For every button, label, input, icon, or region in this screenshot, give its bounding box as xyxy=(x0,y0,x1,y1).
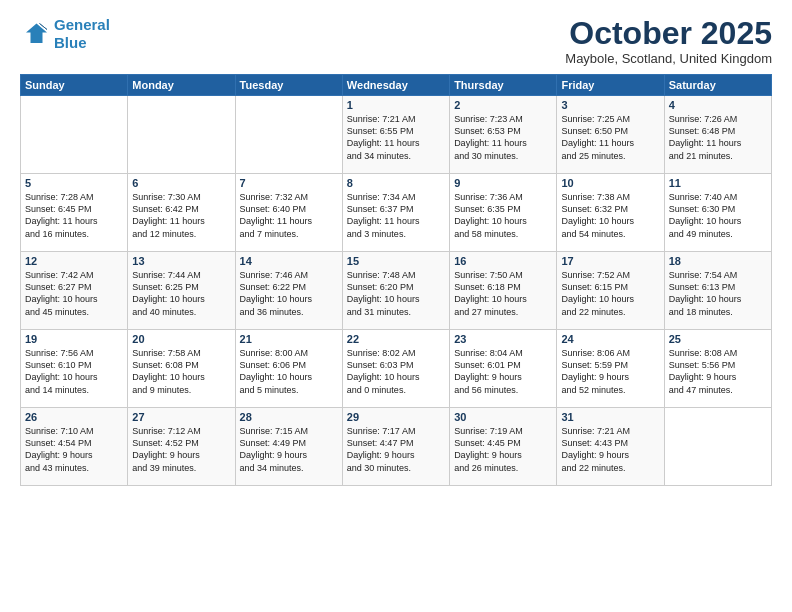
day-cell: 9Sunrise: 7:36 AM Sunset: 6:35 PM Daylig… xyxy=(450,174,557,252)
day-cell: 6Sunrise: 7:30 AM Sunset: 6:42 PM Daylig… xyxy=(128,174,235,252)
day-info: Sunrise: 7:34 AM Sunset: 6:37 PM Dayligh… xyxy=(347,191,445,240)
day-number: 25 xyxy=(669,333,767,345)
day-number: 23 xyxy=(454,333,552,345)
calendar-table: Sunday Monday Tuesday Wednesday Thursday… xyxy=(20,74,772,486)
week-row-1: 5Sunrise: 7:28 AM Sunset: 6:45 PM Daylig… xyxy=(21,174,772,252)
day-cell: 2Sunrise: 7:23 AM Sunset: 6:53 PM Daylig… xyxy=(450,96,557,174)
day-cell: 29Sunrise: 7:17 AM Sunset: 4:47 PM Dayli… xyxy=(342,408,449,486)
day-number: 24 xyxy=(561,333,659,345)
day-info: Sunrise: 7:32 AM Sunset: 6:40 PM Dayligh… xyxy=(240,191,338,240)
day-cell: 19Sunrise: 7:56 AM Sunset: 6:10 PM Dayli… xyxy=(21,330,128,408)
day-cell xyxy=(235,96,342,174)
logo-text: General Blue xyxy=(54,16,110,52)
logo: General Blue xyxy=(20,16,110,52)
day-cell: 26Sunrise: 7:10 AM Sunset: 4:54 PM Dayli… xyxy=(21,408,128,486)
day-cell: 24Sunrise: 8:06 AM Sunset: 5:59 PM Dayli… xyxy=(557,330,664,408)
day-cell: 16Sunrise: 7:50 AM Sunset: 6:18 PM Dayli… xyxy=(450,252,557,330)
logo-line2: Blue xyxy=(54,34,87,51)
week-row-3: 19Sunrise: 7:56 AM Sunset: 6:10 PM Dayli… xyxy=(21,330,772,408)
day-info: Sunrise: 7:52 AM Sunset: 6:15 PM Dayligh… xyxy=(561,269,659,318)
day-number: 31 xyxy=(561,411,659,423)
col-sunday: Sunday xyxy=(21,75,128,96)
day-info: Sunrise: 7:42 AM Sunset: 6:27 PM Dayligh… xyxy=(25,269,123,318)
day-number: 29 xyxy=(347,411,445,423)
day-info: Sunrise: 7:28 AM Sunset: 6:45 PM Dayligh… xyxy=(25,191,123,240)
header: General Blue October 2025 Maybole, Scotl… xyxy=(20,16,772,66)
col-thursday: Thursday xyxy=(450,75,557,96)
location: Maybole, Scotland, United Kingdom xyxy=(565,51,772,66)
day-cell: 27Sunrise: 7:12 AM Sunset: 4:52 PM Dayli… xyxy=(128,408,235,486)
day-info: Sunrise: 7:30 AM Sunset: 6:42 PM Dayligh… xyxy=(132,191,230,240)
day-info: Sunrise: 7:40 AM Sunset: 6:30 PM Dayligh… xyxy=(669,191,767,240)
day-info: Sunrise: 7:46 AM Sunset: 6:22 PM Dayligh… xyxy=(240,269,338,318)
day-cell xyxy=(21,96,128,174)
day-info: Sunrise: 7:44 AM Sunset: 6:25 PM Dayligh… xyxy=(132,269,230,318)
day-info: Sunrise: 8:00 AM Sunset: 6:06 PM Dayligh… xyxy=(240,347,338,396)
day-number: 6 xyxy=(132,177,230,189)
day-info: Sunrise: 7:17 AM Sunset: 4:47 PM Dayligh… xyxy=(347,425,445,474)
day-info: Sunrise: 7:38 AM Sunset: 6:32 PM Dayligh… xyxy=(561,191,659,240)
day-number: 16 xyxy=(454,255,552,267)
day-info: Sunrise: 7:12 AM Sunset: 4:52 PM Dayligh… xyxy=(132,425,230,474)
day-cell: 28Sunrise: 7:15 AM Sunset: 4:49 PM Dayli… xyxy=(235,408,342,486)
day-info: Sunrise: 7:54 AM Sunset: 6:13 PM Dayligh… xyxy=(669,269,767,318)
header-row: Sunday Monday Tuesday Wednesday Thursday… xyxy=(21,75,772,96)
day-info: Sunrise: 7:25 AM Sunset: 6:50 PM Dayligh… xyxy=(561,113,659,162)
day-cell: 22Sunrise: 8:02 AM Sunset: 6:03 PM Dayli… xyxy=(342,330,449,408)
col-tuesday: Tuesday xyxy=(235,75,342,96)
day-cell: 17Sunrise: 7:52 AM Sunset: 6:15 PM Dayli… xyxy=(557,252,664,330)
day-info: Sunrise: 8:08 AM Sunset: 5:56 PM Dayligh… xyxy=(669,347,767,396)
day-number: 9 xyxy=(454,177,552,189)
day-cell xyxy=(664,408,771,486)
day-cell: 31Sunrise: 7:21 AM Sunset: 4:43 PM Dayli… xyxy=(557,408,664,486)
col-monday: Monday xyxy=(128,75,235,96)
day-cell: 7Sunrise: 7:32 AM Sunset: 6:40 PM Daylig… xyxy=(235,174,342,252)
page: General Blue October 2025 Maybole, Scotl… xyxy=(0,0,792,612)
day-number: 26 xyxy=(25,411,123,423)
day-info: Sunrise: 7:23 AM Sunset: 6:53 PM Dayligh… xyxy=(454,113,552,162)
day-info: Sunrise: 8:02 AM Sunset: 6:03 PM Dayligh… xyxy=(347,347,445,396)
day-cell: 18Sunrise: 7:54 AM Sunset: 6:13 PM Dayli… xyxy=(664,252,771,330)
day-number: 1 xyxy=(347,99,445,111)
day-cell: 15Sunrise: 7:48 AM Sunset: 6:20 PM Dayli… xyxy=(342,252,449,330)
day-info: Sunrise: 7:19 AM Sunset: 4:45 PM Dayligh… xyxy=(454,425,552,474)
week-row-2: 12Sunrise: 7:42 AM Sunset: 6:27 PM Dayli… xyxy=(21,252,772,330)
day-number: 22 xyxy=(347,333,445,345)
day-info: Sunrise: 7:48 AM Sunset: 6:20 PM Dayligh… xyxy=(347,269,445,318)
day-info: Sunrise: 7:58 AM Sunset: 6:08 PM Dayligh… xyxy=(132,347,230,396)
day-cell: 21Sunrise: 8:00 AM Sunset: 6:06 PM Dayli… xyxy=(235,330,342,408)
day-info: Sunrise: 7:21 AM Sunset: 4:43 PM Dayligh… xyxy=(561,425,659,474)
day-info: Sunrise: 8:04 AM Sunset: 6:01 PM Dayligh… xyxy=(454,347,552,396)
day-cell: 30Sunrise: 7:19 AM Sunset: 4:45 PM Dayli… xyxy=(450,408,557,486)
logo-icon xyxy=(20,19,50,49)
day-number: 27 xyxy=(132,411,230,423)
day-cell: 3Sunrise: 7:25 AM Sunset: 6:50 PM Daylig… xyxy=(557,96,664,174)
day-info: Sunrise: 7:36 AM Sunset: 6:35 PM Dayligh… xyxy=(454,191,552,240)
col-saturday: Saturday xyxy=(664,75,771,96)
day-info: Sunrise: 7:10 AM Sunset: 4:54 PM Dayligh… xyxy=(25,425,123,474)
week-row-0: 1Sunrise: 7:21 AM Sunset: 6:55 PM Daylig… xyxy=(21,96,772,174)
day-info: Sunrise: 7:15 AM Sunset: 4:49 PM Dayligh… xyxy=(240,425,338,474)
day-cell: 4Sunrise: 7:26 AM Sunset: 6:48 PM Daylig… xyxy=(664,96,771,174)
col-friday: Friday xyxy=(557,75,664,96)
col-wednesday: Wednesday xyxy=(342,75,449,96)
day-info: Sunrise: 7:56 AM Sunset: 6:10 PM Dayligh… xyxy=(25,347,123,396)
logo-line1: General xyxy=(54,16,110,33)
day-number: 14 xyxy=(240,255,338,267)
day-cell: 13Sunrise: 7:44 AM Sunset: 6:25 PM Dayli… xyxy=(128,252,235,330)
day-cell: 10Sunrise: 7:38 AM Sunset: 6:32 PM Dayli… xyxy=(557,174,664,252)
day-cell: 1Sunrise: 7:21 AM Sunset: 6:55 PM Daylig… xyxy=(342,96,449,174)
day-cell: 12Sunrise: 7:42 AM Sunset: 6:27 PM Dayli… xyxy=(21,252,128,330)
day-cell: 8Sunrise: 7:34 AM Sunset: 6:37 PM Daylig… xyxy=(342,174,449,252)
day-cell: 14Sunrise: 7:46 AM Sunset: 6:22 PM Dayli… xyxy=(235,252,342,330)
day-cell xyxy=(128,96,235,174)
day-number: 2 xyxy=(454,99,552,111)
day-number: 10 xyxy=(561,177,659,189)
day-cell: 11Sunrise: 7:40 AM Sunset: 6:30 PM Dayli… xyxy=(664,174,771,252)
day-number: 13 xyxy=(132,255,230,267)
day-number: 7 xyxy=(240,177,338,189)
day-info: Sunrise: 7:21 AM Sunset: 6:55 PM Dayligh… xyxy=(347,113,445,162)
day-cell: 20Sunrise: 7:58 AM Sunset: 6:08 PM Dayli… xyxy=(128,330,235,408)
day-number: 15 xyxy=(347,255,445,267)
day-info: Sunrise: 7:50 AM Sunset: 6:18 PM Dayligh… xyxy=(454,269,552,318)
